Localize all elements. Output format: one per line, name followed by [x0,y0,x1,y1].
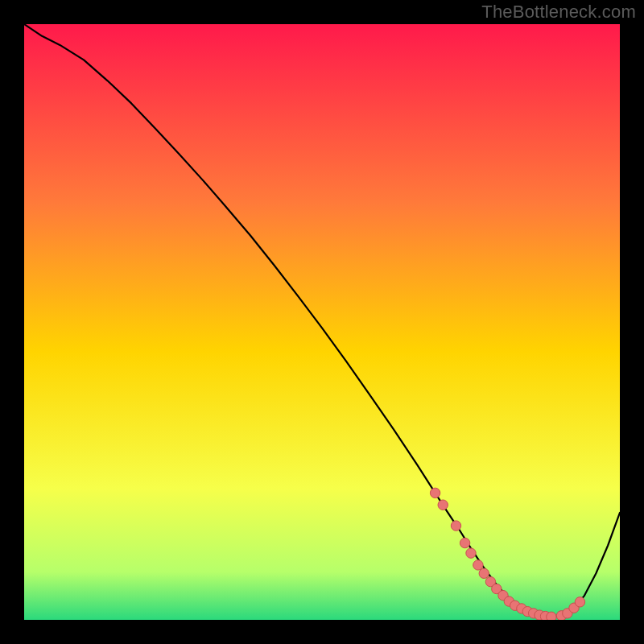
curve-marker-dot [451,521,460,530]
watermark-text: TheBottleneck.com [481,2,636,23]
curve-marker-dot [479,568,489,578]
chart-frame: TheBottleneck.com [0,0,644,644]
curve-marker-dot [460,538,469,547]
chart-plot-area [24,24,620,620]
gradient-background [24,24,620,620]
curve-marker-dot [547,612,556,620]
curve-marker-dot [473,560,483,570]
curve-marker-dot [438,500,448,510]
curve-marker-dot [466,548,476,558]
chart-svg [24,24,620,620]
curve-marker-dot [575,597,584,607]
curve-marker-dot [430,488,440,497]
